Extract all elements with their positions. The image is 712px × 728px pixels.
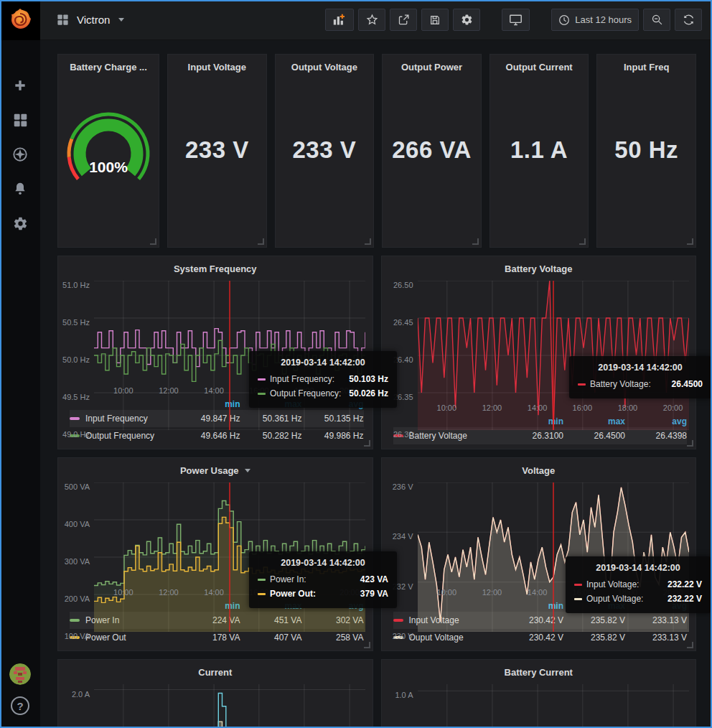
save-dashboard-button[interactable] xyxy=(421,9,449,31)
bell-icon xyxy=(13,182,27,196)
panel-output-voltage-stat: Output Voltage 233 V xyxy=(275,54,375,248)
sidebar-item-configuration[interactable] xyxy=(12,215,28,231)
compass-icon xyxy=(12,146,28,162)
tooltip-series-row: Input Frequency:50.103 Hz xyxy=(258,372,388,386)
tooltip-timestamp: 2019-03-14 14:42:00 xyxy=(258,358,388,368)
panel-title[interactable]: Output Power xyxy=(383,55,481,75)
tooltip-series-row: Power In:423 VA xyxy=(258,572,388,587)
panel-input-freq-stat: Input Freq 50 Hz xyxy=(596,54,696,248)
panel-current: Current 2.0 A1.5 A 10:0012:0014:0016:001… xyxy=(57,659,373,728)
series-color-swatch xyxy=(574,598,582,600)
y-axis: 1.0 A0.5 A xyxy=(385,684,418,728)
series-color-swatch xyxy=(258,593,266,595)
dashboards-grid-icon xyxy=(56,13,70,27)
top-navbar: Victron xyxy=(40,0,712,40)
series-color-swatch[interactable] xyxy=(70,619,80,622)
question-mark-icon: ? xyxy=(17,700,23,712)
panel-menu-caret-icon[interactable] xyxy=(245,469,250,472)
help-button[interactable]: ? xyxy=(11,696,29,715)
series-color-swatch xyxy=(258,378,266,381)
chevron-down-icon xyxy=(118,18,124,22)
panel-title[interactable]: Battery Charge ... xyxy=(58,55,159,75)
time-range-picker[interactable]: Last 12 hours xyxy=(551,9,639,31)
panel-voltage: Voltage 236 V234 V232 V230 V 10:0012:001… xyxy=(381,457,697,651)
star-dashboard-button[interactable] xyxy=(358,9,385,31)
panel-title[interactable]: Input Freq xyxy=(597,55,695,75)
panel-title[interactable]: Power Usage xyxy=(58,458,373,478)
panel-title[interactable]: Output Current xyxy=(490,55,589,75)
plus-icon xyxy=(13,78,27,93)
y-axis: 51.0 Hz50.5 Hz50.0 Hz49.5 Hz49.0 Hz xyxy=(61,281,94,396)
add-panel-icon xyxy=(332,14,347,27)
gear-icon xyxy=(13,216,28,231)
sidebar-item-explore[interactable] xyxy=(12,146,28,162)
panel-title[interactable]: Voltage xyxy=(382,458,696,478)
grafana-app: ? Victron xyxy=(0,0,712,728)
tooltip-timestamp: 2019-03-14 14:42:00 xyxy=(258,558,388,568)
panel-title[interactable]: Battery Voltage xyxy=(382,256,696,276)
add-panel-button[interactable] xyxy=(325,9,354,31)
tooltip-timestamp: 2019-03-14 14:42:00 xyxy=(574,563,702,573)
panel-battery-current: Battery Current 1.0 A0.5 A 10:0012:0014:… xyxy=(381,659,697,728)
panel-input-voltage-stat: Input Voltage 233 V xyxy=(167,54,267,248)
svg-text:100%: 100% xyxy=(89,159,128,175)
save-icon xyxy=(429,14,441,26)
series-color-swatch xyxy=(258,579,266,581)
stat-value: 1.1 A xyxy=(490,75,589,247)
panel-title[interactable]: Output Voltage xyxy=(276,55,374,75)
cycle-view-mode-button[interactable] xyxy=(502,9,530,31)
tooltip-timestamp: 2019-03-14 14:42:00 xyxy=(578,363,703,373)
stat-value: 233 V xyxy=(276,75,374,247)
refresh-icon xyxy=(683,14,695,26)
sidebar: ? xyxy=(0,0,40,728)
user-avatar[interactable] xyxy=(9,663,31,685)
y-axis: 500 VA400 VA300 VA200 VA100 VA xyxy=(61,482,94,598)
tooltip-series-row: Output Frequency:50.026 Hz xyxy=(258,386,388,401)
dashboard-picker[interactable]: Victron xyxy=(56,13,124,27)
panel-battery-voltage: Battery Voltage 26.5026.4526.4026.3526.3… xyxy=(381,256,697,449)
chart-tooltip: 2019-03-14 14:42:00Power In:423 VAPower … xyxy=(249,551,397,608)
gauge-arc: 100% xyxy=(58,111,159,191)
time-series-chart[interactable]: 1.0 A0.5 A 10:0012:0014:0016:0018:0020:0… xyxy=(382,680,696,728)
grafana-logo-icon xyxy=(7,7,33,33)
grafana-logo[interactable] xyxy=(0,0,40,40)
series-color-swatch[interactable] xyxy=(393,619,403,622)
clock-icon xyxy=(558,14,570,26)
share-icon xyxy=(398,14,410,26)
panel-output-power-stat: Output Power 266 VA xyxy=(382,54,482,248)
panel-title[interactable]: Current xyxy=(58,660,373,680)
chart-tooltip: 2019-03-14 14:42:00Input Voltage:232.22 … xyxy=(566,556,711,613)
tooltip-series-row: Power Out:379 VA xyxy=(258,587,388,601)
series-color-swatch[interactable] xyxy=(70,417,80,420)
gear-icon xyxy=(461,14,473,26)
sidebar-item-create[interactable] xyxy=(12,78,28,93)
zoom-out-time-button[interactable] xyxy=(643,9,670,31)
tooltip-series-row: Input Voltage:232.22 V xyxy=(574,577,702,592)
panel-title[interactable]: System Frequency xyxy=(58,256,373,276)
refresh-button[interactable] xyxy=(675,9,702,31)
stat-value: 233 V xyxy=(168,75,266,247)
panel-title[interactable]: Input Voltage xyxy=(168,55,266,75)
series-color-swatch xyxy=(578,383,586,386)
stat-value: 50 Hz xyxy=(597,75,695,247)
panel-battery-charge: Battery Charge ... 100% xyxy=(57,54,159,248)
tooltip-series-row: Ouput Voltage:232.22 V xyxy=(574,592,702,606)
sidebar-item-dashboards[interactable] xyxy=(12,112,28,128)
panel-title[interactable]: Battery Current xyxy=(382,660,696,680)
sidebar-item-alerting[interactable] xyxy=(12,181,28,197)
time-series-chart[interactable]: 2.0 A1.5 A 10:0012:0014:0016:0018:0020:0… xyxy=(58,680,373,728)
star-icon xyxy=(366,14,378,26)
series-color-swatch xyxy=(258,393,266,395)
dashboards-grid-icon xyxy=(13,113,28,128)
battery-charge-gauge[interactable]: 100% xyxy=(58,75,159,247)
dashboard-title: Victron xyxy=(77,14,110,26)
tooltip-series-row: Battery Voltage:26.4500 xyxy=(578,377,703,391)
series-color-swatch xyxy=(574,584,582,586)
x-axis: 10:0012:0014:0016:0018:0020:00 xyxy=(418,401,689,414)
dashboard-settings-button[interactable] xyxy=(453,9,480,31)
zoom-out-icon xyxy=(651,14,663,26)
time-range-label: Last 12 hours xyxy=(575,14,632,25)
share-dashboard-button[interactable] xyxy=(390,9,417,31)
stat-value: 266 VA xyxy=(383,75,481,247)
y-axis: 2.0 A1.5 A xyxy=(61,684,94,728)
